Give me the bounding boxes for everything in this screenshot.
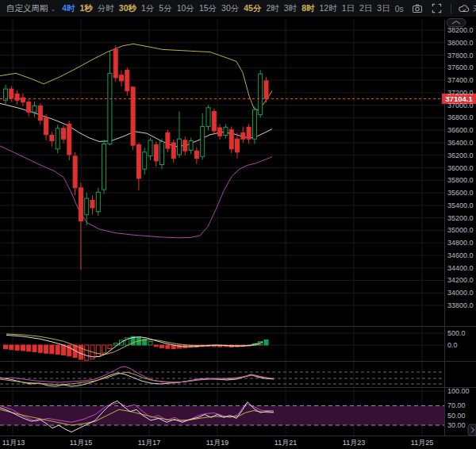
period-button-16[interactable]: 3日: [377, 3, 390, 14]
svg-text:38000.0: 38000.0: [447, 39, 474, 47]
fullscreen-icon[interactable]: [431, 2, 443, 15]
toolbar: 自定义周期 ⌄ 4时1秒分时30秒1分5分10分15分30分45分2时3时8时1…: [0, 0, 476, 17]
svg-text:37400.0: 37400.0: [447, 76, 474, 84]
svg-text:36600.0: 36600.0: [447, 126, 474, 134]
svg-text:36800.0: 36800.0: [447, 113, 474, 121]
svg-text:33800.0: 33800.0: [447, 301, 474, 309]
custom-period-label: 自定义周期: [6, 3, 48, 13]
svg-text:50.00: 50.00: [447, 412, 466, 420]
svg-text:11月13: 11月13: [2, 439, 25, 447]
svg-text:11月19: 11月19: [206, 439, 228, 447]
period-button-14[interactable]: 1日: [342, 3, 355, 14]
chart-canvas[interactable]: 37104.138200.038000.037800.037600.037400…: [0, 0, 476, 449]
collapse-toolbar-tab[interactable]: [447, 19, 466, 27]
svg-text:500.0: 500.0: [447, 329, 466, 337]
svg-text:0.0: 0.0: [447, 341, 458, 349]
svg-text:11月25: 11月25: [411, 439, 433, 447]
svg-text:35200.0: 35200.0: [447, 214, 474, 222]
period-button-8[interactable]: 30分: [221, 3, 239, 14]
svg-text:37200.0: 37200.0: [447, 89, 474, 97]
svg-text:70.00: 70.00: [447, 401, 466, 409]
svg-text:11月15: 11月15: [70, 439, 92, 447]
svg-text:37800.0: 37800.0: [447, 52, 474, 59]
svg-text:34400.0: 34400.0: [447, 264, 474, 272]
svg-text:35800.0: 35800.0: [447, 176, 474, 184]
period-button-0[interactable]: 4时: [62, 3, 75, 14]
svg-text:35600.0: 35600.0: [447, 189, 474, 197]
svg-text:36000.0: 36000.0: [447, 164, 474, 172]
svg-text:34800.0: 34800.0: [447, 239, 474, 247]
period-button-3[interactable]: 30秒: [119, 3, 136, 14]
account-name: 未命名: [473, 3, 476, 14]
svg-text:36200.0: 36200.0: [447, 152, 474, 159]
svg-text:37600.0: 37600.0: [447, 63, 474, 71]
svg-text:38200.0: 38200.0: [447, 26, 474, 34]
period-button-4[interactable]: 1分: [141, 3, 154, 14]
svg-text:34000.0: 34000.0: [447, 289, 474, 297]
svg-text:11月23: 11月23: [343, 439, 365, 447]
expand-panel-tab[interactable]: [468, 424, 476, 436]
period-button-13[interactable]: 12时: [319, 3, 336, 14]
period-button-2[interactable]: 分时: [98, 3, 114, 14]
chevron-down-icon: ⌄: [50, 6, 56, 13]
toolbar-divider: [451, 4, 451, 13]
period-button-9[interactable]: 45分: [244, 3, 261, 14]
svg-text:35400.0: 35400.0: [447, 201, 474, 209]
svg-text:35000.0: 35000.0: [447, 226, 474, 234]
period-button-15[interactable]: 2日: [359, 3, 372, 14]
svg-text:100.00: 100.00: [447, 387, 470, 395]
toolbar-right-group: 0s 未命名 ⌄ 下单: [395, 0, 476, 17]
period-button-7[interactable]: 15分: [199, 3, 217, 14]
period-button-5[interactable]: 5分: [159, 3, 171, 14]
period-button-6[interactable]: 10分: [177, 3, 194, 14]
svg-text:30.00: 30.00: [447, 421, 466, 429]
cloud-icon: [459, 3, 470, 14]
camera-icon[interactable]: [411, 2, 424, 15]
custom-period-dropdown[interactable]: 自定义周期 ⌄: [6, 3, 56, 14]
countdown-timer: 0s: [395, 4, 404, 13]
svg-text:11月17: 11月17: [138, 439, 160, 447]
period-buttons: 4时1秒分时30秒1分5分10分15分30分45分2时3时8时12时1日2日3日: [62, 3, 390, 14]
period-button-1[interactable]: 1秒: [79, 3, 92, 14]
account-menu[interactable]: 未命名 ⌄: [459, 3, 476, 14]
svg-text:37000.0: 37000.0: [447, 102, 474, 109]
svg-text:34600.0: 34600.0: [447, 251, 474, 259]
period-button-12[interactable]: 8时: [301, 3, 314, 14]
period-button-11[interactable]: 3时: [284, 3, 297, 14]
svg-text:34200.0: 34200.0: [447, 276, 474, 284]
svg-text:11月21: 11月21: [274, 439, 297, 447]
period-button-10[interactable]: 2时: [266, 3, 278, 14]
svg-text:36400.0: 36400.0: [447, 139, 474, 147]
